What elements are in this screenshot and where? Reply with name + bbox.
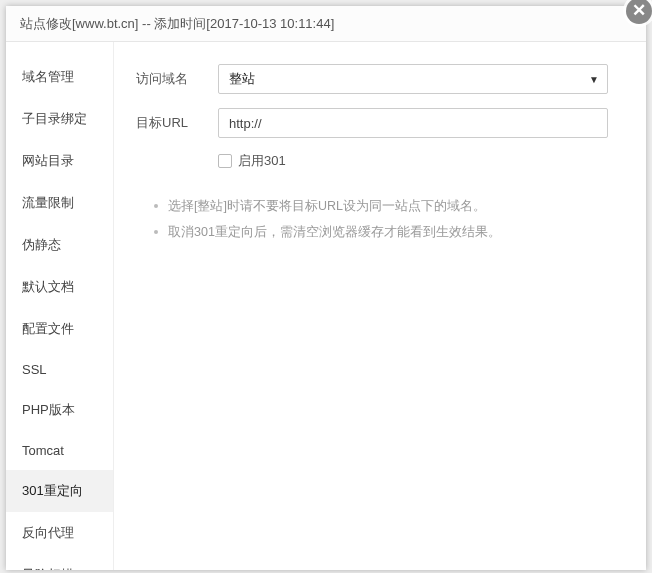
row-access-domain: 访问域名 整站 ▼ bbox=[136, 64, 624, 94]
bullet-icon bbox=[154, 204, 158, 208]
sidebar: 域名管理 子目录绑定 网站目录 流量限制 伪静态 默认文档 配置文件 SSL P… bbox=[6, 42, 114, 570]
sidebar-item-301[interactable]: 301重定向 bbox=[6, 470, 113, 512]
close-icon: ✕ bbox=[632, 1, 646, 20]
row-enable-301: 启用301 bbox=[218, 152, 624, 170]
sidebar-item-config[interactable]: 配置文件 bbox=[6, 308, 113, 350]
sidebar-item-domain[interactable]: 域名管理 bbox=[6, 56, 113, 98]
sidebar-item-traffic[interactable]: 流量限制 bbox=[6, 182, 113, 224]
checkbox-enable-301[interactable] bbox=[218, 154, 232, 168]
modal-body: 域名管理 子目录绑定 网站目录 流量限制 伪静态 默认文档 配置文件 SSL P… bbox=[6, 42, 646, 570]
sidebar-item-defaultdoc[interactable]: 默认文档 bbox=[6, 266, 113, 308]
select-value: 整站 bbox=[229, 70, 255, 88]
tip-item: 选择[整站]时请不要将目标URL设为同一站点下的域名。 bbox=[154, 196, 624, 216]
main-panel: 访问域名 整站 ▼ 目标URL 启用301 选择[整站]时请不要将目标URL设为… bbox=[114, 42, 646, 570]
sidebar-item-subdir[interactable]: 子目录绑定 bbox=[6, 98, 113, 140]
sidebar-item-php[interactable]: PHP版本 bbox=[6, 389, 113, 431]
tip-item: 取消301重定向后，需清空浏览器缓存才能看到生效结果。 bbox=[154, 222, 624, 242]
select-access-domain[interactable]: 整站 ▼ bbox=[218, 64, 608, 94]
close-button[interactable]: ✕ bbox=[626, 0, 652, 24]
input-target-url[interactable] bbox=[218, 108, 608, 138]
bullet-icon bbox=[154, 230, 158, 234]
tips-list: 选择[整站]时请不要将目标URL设为同一站点下的域名。 取消301重定向后，需清… bbox=[154, 196, 624, 242]
tip-text: 取消301重定向后，需清空浏览器缓存才能看到生效结果。 bbox=[168, 222, 501, 242]
label-enable-301[interactable]: 启用301 bbox=[238, 152, 286, 170]
row-target-url: 目标URL bbox=[136, 108, 624, 138]
sidebar-item-proxy[interactable]: 反向代理 bbox=[6, 512, 113, 554]
label-access-domain: 访问域名 bbox=[136, 70, 218, 88]
site-edit-modal: 站点修改[www.bt.cn] -- 添加时间[2017-10-13 10:11… bbox=[6, 6, 646, 570]
sidebar-item-tomcat[interactable]: Tomcat bbox=[6, 431, 113, 470]
sidebar-item-rewrite[interactable]: 伪静态 bbox=[6, 224, 113, 266]
label-target-url: 目标URL bbox=[136, 114, 218, 132]
modal-title: 站点修改[www.bt.cn] -- 添加时间[2017-10-13 10:11… bbox=[6, 6, 646, 42]
tip-text: 选择[整站]时请不要将目标URL设为同一站点下的域名。 bbox=[168, 196, 486, 216]
sidebar-item-sitedir[interactable]: 网站目录 bbox=[6, 140, 113, 182]
sidebar-item-security[interactable]: 风险扫描 bbox=[6, 554, 113, 570]
chevron-down-icon: ▼ bbox=[589, 74, 599, 85]
sidebar-item-ssl[interactable]: SSL bbox=[6, 350, 113, 389]
